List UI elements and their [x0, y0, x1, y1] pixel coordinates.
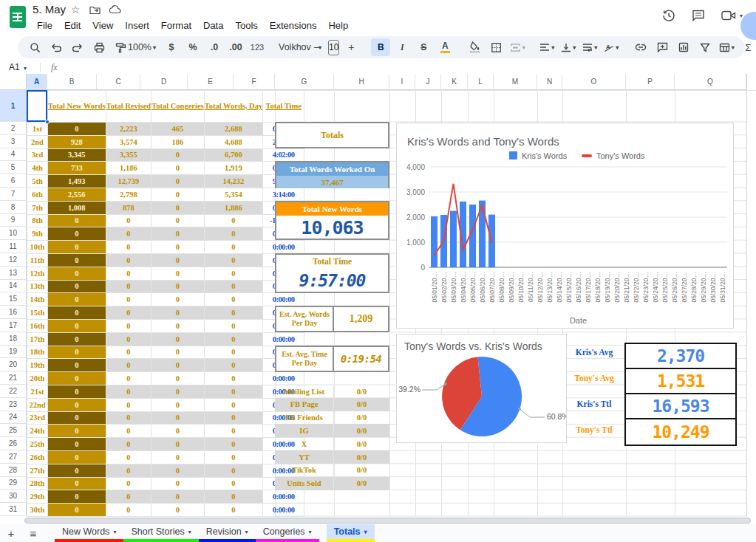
cell-value[interactable]: 0 — [106, 385, 151, 398]
cell-value[interactable]: 0 — [106, 253, 151, 267]
cell-value[interactable]: 0 — [204, 253, 262, 267]
functions-button[interactable]: Σ — [738, 38, 756, 56]
cell-new-words[interactable]: 0 — [48, 477, 106, 490]
cell-new-words[interactable]: 0 — [48, 332, 106, 346]
cell-day[interactable]: 9th — [27, 227, 48, 241]
cell-new-words[interactable]: 0 — [48, 490, 106, 504]
cell-value[interactable]: 1,886 — [204, 201, 262, 214]
social-label[interactable]: X — [275, 437, 334, 450]
sheets-logo-icon[interactable] — [10, 6, 26, 28]
row-number-25[interactable]: 25 — [0, 424, 27, 437]
col-header-N[interactable]: N — [537, 74, 562, 90]
cell-day[interactable]: 16th — [27, 319, 48, 332]
row-number-11[interactable]: 11 — [0, 240, 27, 253]
video-call-icon[interactable]: ▾ — [721, 10, 743, 21]
row-number-3[interactable]: 3 — [0, 135, 27, 148]
menu-edit[interactable]: Edit — [58, 18, 86, 33]
cell-time[interactable]: 0:00:00 — [263, 504, 304, 517]
cell-value[interactable]: 0 — [204, 490, 262, 504]
cell-value[interactable]: 0 — [151, 241, 205, 254]
cell-value[interactable]: 0 — [106, 450, 151, 464]
social-value[interactable]: 0/0 — [334, 477, 389, 490]
social-label[interactable]: Mailing List — [275, 385, 334, 398]
social-label[interactable]: YT — [275, 450, 334, 464]
cell-new-words[interactable]: 0 — [48, 346, 106, 359]
cell-value[interactable]: 186 — [151, 135, 205, 148]
cell-value[interactable]: 0 — [151, 438, 205, 451]
cell-day[interactable]: 28th — [27, 477, 48, 490]
cell-value[interactable]: 0 — [204, 385, 262, 398]
cell-time[interactable]: 0:00:00 — [263, 372, 304, 385]
cell-value[interactable]: 0 — [106, 280, 151, 293]
col-header-F[interactable]: F — [234, 74, 275, 90]
cell-new-words[interactable]: 0 — [48, 241, 106, 254]
cell-new-words[interactable]: 0 — [48, 504, 106, 517]
cell-value[interactable]: 0 — [106, 293, 151, 306]
menu-help[interactable]: Help — [322, 18, 354, 33]
cell-value[interactable]: 0 — [151, 464, 205, 477]
cell-day[interactable]: 8th — [27, 214, 48, 227]
cell-value[interactable]: 0 — [151, 504, 205, 517]
cell-new-words[interactable]: 0 — [48, 280, 106, 293]
row-number-1[interactable]: 1 — [0, 90, 27, 122]
account-avatar[interactable] — [740, 12, 756, 40]
col-header-B[interactable]: B — [47, 74, 97, 90]
cell-day[interactable]: 20th — [27, 372, 48, 385]
sheet-tab-new-words[interactable]: New Words▾ — [55, 524, 123, 542]
cell-value[interactable]: 12,739 — [106, 175, 151, 188]
format-currency-button[interactable]: $ — [162, 38, 181, 56]
cell-value[interactable]: 0 — [106, 359, 151, 372]
cell-value[interactable]: 0 — [204, 372, 262, 385]
text-color-button[interactable]: A — [435, 38, 454, 56]
cell-value[interactable]: 0 — [151, 477, 205, 490]
cell-value[interactable]: 0 — [204, 306, 262, 320]
social-value[interactable]: 0/0 — [334, 424, 389, 437]
cell-a1[interactable] — [27, 91, 48, 123]
cell-value[interactable]: 0 — [204, 241, 262, 254]
cell-value[interactable]: 0 — [204, 267, 262, 280]
col-header-C[interactable]: C — [97, 74, 140, 90]
sheet-tab-short-stories[interactable]: Short Stories▾ — [123, 524, 198, 542]
cell-value[interactable]: 0 — [204, 504, 262, 517]
cell-value[interactable]: 14,232 — [204, 175, 262, 188]
cell-value[interactable]: 0 — [151, 293, 205, 306]
cell-value[interactable]: 0 — [204, 477, 262, 490]
cell-new-words[interactable]: 0 — [48, 450, 106, 464]
pie-chart[interactable]: Tony's Words vs. Kris's Words39.2%60.8% — [396, 334, 567, 443]
cell-new-words[interactable]: 0 — [48, 214, 106, 227]
scrollbar-thumb[interactable] — [24, 518, 751, 524]
insert-chart-icon[interactable] — [674, 38, 693, 56]
cell-value[interactable]: 3,574 — [106, 135, 151, 148]
col-header-M[interactable]: M — [494, 74, 537, 90]
cell-day[interactable]: 19th — [27, 359, 48, 372]
zoom-select[interactable]: 100%▾ — [132, 38, 151, 56]
row-number-7[interactable]: 7 — [0, 188, 27, 201]
cell-new-words[interactable]: 0 — [48, 385, 106, 398]
cell-new-words[interactable]: 0 — [48, 359, 106, 372]
row-number-8[interactable]: 8 — [0, 201, 27, 214]
cell-new-words[interactable]: 0 — [48, 293, 106, 306]
cell-value[interactable]: 465 — [151, 123, 205, 136]
bold-button[interactable]: B — [371, 38, 390, 56]
cell-new-words[interactable]: 0 — [48, 438, 106, 451]
col-header-Q[interactable]: Q — [675, 74, 746, 90]
col-header-G[interactable]: G — [275, 74, 334, 90]
row-number-18[interactable]: 18 — [0, 332, 27, 346]
cell-day[interactable]: 10th — [27, 241, 48, 254]
cell-new-words[interactable]: 0 — [48, 319, 106, 332]
cell-day[interactable]: 6th — [27, 188, 48, 201]
cell-value[interactable]: 1,919 — [204, 162, 262, 175]
cell-value[interactable]: 0 — [204, 425, 262, 438]
cell-time[interactable]: 4:02:00 — [263, 148, 304, 162]
cell-day[interactable]: 2nd — [27, 135, 48, 148]
cell-day[interactable]: 3rd — [27, 148, 48, 162]
cell-value[interactable]: 0 — [151, 253, 205, 267]
move-folder-icon[interactable] — [89, 5, 101, 15]
social-label[interactable]: TikTok — [275, 464, 334, 477]
cell-day[interactable]: 1st — [27, 123, 48, 136]
cell-value[interactable]: 0 — [151, 359, 205, 372]
cell-value[interactable]: 0 — [204, 319, 262, 332]
cell-time[interactable]: 3:14:00 — [263, 188, 304, 201]
header-cell[interactable]: Total Revised — [106, 91, 151, 123]
cell-new-words[interactable]: 0 — [48, 411, 106, 425]
